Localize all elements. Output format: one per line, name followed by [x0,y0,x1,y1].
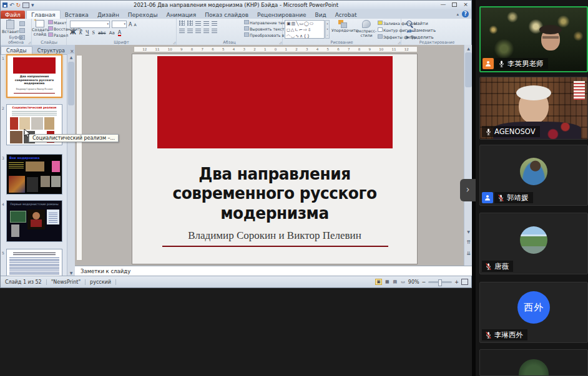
save-icon[interactable] [2,2,7,7]
text-shadow-button[interactable]: S [92,30,95,36]
copy-icon[interactable] [19,28,25,33]
slideshow-view-button[interactable]: ▭ [400,279,406,284]
scroll-down-icon[interactable]: ▼ [67,271,75,275]
shapes-scroll[interactable]: ▴▾⌄ [325,20,330,39]
help-icon[interactable]: ? [462,11,469,17]
tab-file[interactable]: Файл [1,11,25,19]
font-color-button[interactable]: А [118,30,121,36]
reading-view-button[interactable]: ▤ [393,279,398,284]
font-size-combo[interactable] [112,21,127,28]
collapse-ribbon-icon[interactable]: ▴ [456,12,459,17]
tab-outline-panel[interactable]: Структура [32,47,70,54]
restore-button[interactable] [450,1,459,8]
slide-thumbnail-1[interactable]: Два направления современного русского мо… [6,54,62,98]
redo-icon[interactable]: ↻ [16,2,21,8]
participant-tile-1[interactable]: 李英男老师 [479,6,588,72]
find-button[interactable]: Найти [406,21,436,26]
align-center-icon[interactable] [187,28,193,33]
language-indicator: русский [86,279,116,285]
participant-tile-3[interactable]: 郭靖媛 [479,145,588,206]
participant-tile-4[interactable]: 唐薇 [479,213,588,274]
slide-thumbnail-5[interactable] [6,249,62,276]
participant-tile-6[interactable] [479,349,588,376]
zoom-out-button[interactable]: − [422,279,426,285]
close-button[interactable]: × [461,1,470,8]
participant-name: 唐薇 [494,262,509,271]
select-button[interactable]: Выделить [406,35,436,40]
slide-subtitle[interactable]: Владимир Сорокин и Виктор Пелевин [132,229,417,242]
zoom-slider[interactable] [428,281,452,283]
panel-close-icon[interactable]: × [70,49,74,54]
tab-insert[interactable]: Вставка [61,11,93,19]
bold-button[interactable]: Ж [70,30,76,36]
slide-counter: Слайд 1 из 52 [1,279,47,285]
numbering-icon[interactable] [187,21,193,26]
underline-button[interactable]: Ч [86,30,89,36]
slide-scrollbar[interactable]: ▲ ▼ ⇈ ⇊ [464,45,473,266]
shrink-font-button[interactable]: А [134,22,136,27]
title-bar[interactable]: ↶ ↻ ▾ 2021-06 Два направления модернизма… [1,1,471,9]
qat-dropdown-icon[interactable]: ▾ [31,2,34,8]
font-dialog-launcher[interactable]: ◿ [173,41,175,44]
slide-title[interactable]: Два направления современного русского мо… [144,164,406,223]
grow-font-button[interactable]: А [129,22,132,27]
align-right-icon[interactable] [195,28,201,33]
zoom-in-button[interactable]: + [454,279,459,285]
change-case-button[interactable]: Aa [109,31,115,36]
slide-editing-area[interactable]: Два направления современного русского мо… [132,54,418,264]
participant-tile-2[interactable]: AGENOSOV [479,77,588,140]
scroll-up-icon[interactable]: ▲ [67,55,75,59]
tab-review[interactable]: Рецензирование [253,11,310,19]
mic-muted-icon [485,263,492,271]
tab-design[interactable]: Дизайн [93,11,124,19]
decrease-indent-icon[interactable] [195,21,201,26]
zoom-level: 90% [408,279,419,285]
cut-icon[interactable] [19,21,25,26]
justify-icon[interactable] [203,28,209,33]
minimize-button[interactable]: — [439,1,448,8]
new-slide-icon [36,20,44,27]
participant-name: 李英男老师 [507,59,544,69]
slide-thumbnail-4[interactable]: Первые модернистские романы [6,200,62,242]
group-drawing: ▣▥╲▭◯⬭ ◻△∟⌐⇨⇩ ◠◡∿∧{} ▴▾⌄ Упорядочить Экс… [283,19,401,45]
slide-red-banner[interactable] [157,56,393,148]
italic-button[interactable]: К [79,30,82,36]
arrange-icon [338,20,347,27]
quick-styles-button[interactable]: Экспресс-стили [354,20,379,37]
line-spacing-icon[interactable] [212,21,217,26]
find-icon [406,21,412,26]
strikethrough-button[interactable]: abc [98,31,106,36]
drawing-dialog-launcher[interactable]: ◿ [398,41,400,44]
tab-slideshow[interactable]: Показ слайдов [200,11,253,19]
slide-thumbnail-3[interactable]: Вне модернизма [6,154,62,195]
arrange-button[interactable]: Упорядочить [331,20,354,32]
paragraph-dialog-launcher[interactable]: ◿ [279,41,282,44]
tab-home[interactable]: Главная [26,10,61,19]
fit-to-window-button[interactable] [461,279,468,285]
group-font: А А Ж К Ч S abc Aa А Шрифт ◿ [67,19,177,45]
slideshow-icon[interactable] [22,2,29,8]
align-left-icon[interactable] [179,28,185,33]
slide-sorter-view-button[interactable]: ▦ [385,279,390,284]
increase-indent-icon[interactable] [203,21,209,26]
tab-view[interactable]: Вид [311,11,331,19]
undo-icon[interactable]: ↶ [9,2,14,8]
new-slide-button[interactable]: Создать слайд [32,20,48,37]
tab-animations[interactable]: Анимация [162,11,201,19]
sidebar-expand-button[interactable]: › [460,179,476,201]
replace-button[interactable]: abЗаменить [406,28,436,33]
tab-acrobat[interactable]: Acrobat [331,11,361,19]
font-name-combo[interactable] [70,21,110,28]
normal-view-button[interactable]: ▣ [375,279,382,285]
tab-slides-panel[interactable]: Слайды [1,46,32,54]
participant-tile-5[interactable]: 西外 李琳西外 [479,282,588,343]
panel-scrollbar[interactable]: ▲ ▼ [67,54,75,276]
shapes-gallery[interactable]: ▣▥╲▭◯⬭ ◻△∟⌐⇨⇩ ◠◡∿∧{} [285,20,325,39]
tab-transitions[interactable]: Переходы [124,11,162,19]
bullets-icon[interactable] [179,21,185,26]
paste-button[interactable]: Вставить [2,20,18,34]
notes-area[interactable]: Заметки к слайду [75,266,473,276]
columns-icon[interactable] [212,28,217,33]
slide-canvas: 12 11 10 9 8 7 6 5 4 3 2 1 0 1 2 3 4 5 6… [75,45,473,266]
clipboard-dialog-launcher[interactable]: ◿ [28,41,31,44]
